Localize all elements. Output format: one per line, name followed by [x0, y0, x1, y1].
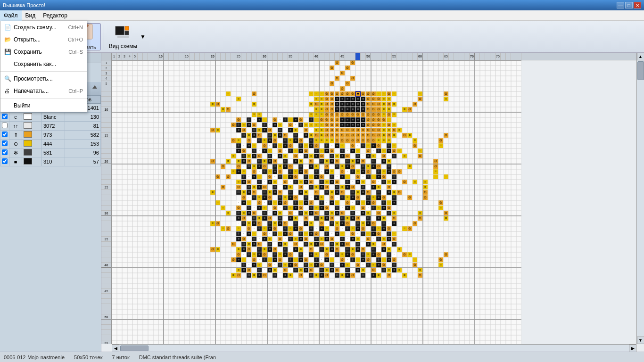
color-checkbox[interactable]: [2, 149, 8, 155]
col-num: [428, 53, 433, 60]
color-checkbox-cell[interactable]: [0, 131, 9, 140]
color-swatch-cell: [22, 140, 42, 148]
color-table-container[interactable]: Зн Цвет Нитка Крестиков · White 1401 с: [0, 95, 101, 352]
color-row[interactable]: ✻ 581 96: [0, 148, 101, 157]
toolbar: Сохранить Напечатать... Рисовать: [0, 21, 644, 53]
row-num: [101, 190, 111, 195]
row-num: [101, 278, 111, 283]
open-icon: 📂: [4, 36, 14, 43]
row-num: [101, 221, 111, 226]
scroll-up-btn[interactable]: ▲: [637, 53, 644, 60]
menu-print[interactable]: 🖨 Напечатать... Ctrl+P: [0, 85, 87, 97]
col-num: [423, 53, 428, 60]
row-num: [101, 206, 111, 211]
view-scheme-main[interactable]: Вид схемы: [107, 23, 139, 50]
col-num: [413, 53, 418, 60]
horizontal-scrollbar[interactable]: ◀ ▶: [112, 344, 636, 352]
row-num: [101, 117, 111, 123]
row-num: [101, 226, 111, 231]
close-button[interactable]: ✕: [634, 2, 641, 8]
scroll-thumb-v[interactable]: [637, 61, 644, 80]
color-swatch-cell: [22, 148, 42, 157]
row-num: [101, 180, 111, 185]
col-num: [205, 53, 210, 60]
color-checkbox[interactable]: [2, 140, 8, 146]
col-num: [345, 53, 350, 60]
color-swatch: [24, 149, 32, 156]
menu-file[interactable]: Файл: [0, 10, 22, 21]
menu-preview[interactable]: 🔍 Просмотреть...: [0, 73, 87, 85]
file-dropdown-menu: 📄 Создать схему... Ctrl+N 📂 Открыть... C…: [0, 21, 87, 112]
menu-view[interactable]: Вид: [22, 10, 40, 21]
color-checkbox-cell[interactable]: [0, 157, 9, 166]
col-num: 40: [314, 53, 319, 60]
vertical-scrollbar[interactable]: ▲ ▼: [636, 53, 644, 344]
scroll-left-btn[interactable]: ◀: [112, 345, 119, 352]
row-num: [101, 148, 111, 154]
col-num: [278, 53, 283, 60]
scroll-thumb-h[interactable]: [120, 346, 149, 351]
color-row[interactable]: ⊙ 444 153: [0, 140, 101, 148]
color-row[interactable]: ■ 310 57: [0, 157, 101, 166]
menu-new[interactable]: 📄 Создать схему... Ctrl+N: [0, 21, 87, 33]
col-num: [501, 53, 506, 60]
palette-collapse-btn[interactable]: [91, 84, 98, 92]
menu-save[interactable]: 💾 Сохранить Ctrl+S: [0, 46, 87, 58]
grid-corner: [101, 53, 112, 60]
color-checkbox[interactable]: [2, 158, 8, 164]
minimize-button[interactable]: —: [617, 2, 624, 8]
color-checkbox-cell[interactable]: [0, 148, 9, 157]
color-thread-name: 3072: [41, 122, 65, 131]
col-num: [298, 53, 304, 60]
color-thread-name: Blanc: [41, 113, 65, 122]
col-num: 35: [288, 53, 293, 60]
color-checkbox[interactable]: [2, 123, 8, 128]
row-num: [101, 330, 111, 335]
canvas-row: 123451015202530354045505560657075 123451…: [101, 53, 644, 344]
color-checkbox-cell[interactable]: [0, 122, 9, 131]
scroll-right-btn[interactable]: ▶: [629, 345, 636, 352]
color-swatch-cell: [22, 113, 42, 122]
color-checkbox-cell[interactable]: [0, 113, 9, 122]
embroidery-canvas[interactable]: [112, 60, 521, 344]
col-num: 75: [495, 53, 501, 60]
row-num: [101, 335, 111, 340]
color-checkbox[interactable]: [2, 114, 8, 119]
status-size: 50х50 точек: [74, 354, 102, 360]
toolbar-view-button[interactable]: Вид схемы ▼: [107, 23, 147, 50]
status-file: 0006-012-Mojo-nastroenie: [4, 354, 65, 360]
col-num: [319, 53, 324, 60]
col-num: [438, 53, 444, 60]
color-swatch: [24, 122, 32, 129]
hscroll-end: [636, 344, 644, 352]
window-controls: — □ ✕: [617, 2, 641, 8]
col-num: 45: [340, 53, 345, 60]
scroll-track-v[interactable]: [637, 60, 644, 337]
status-bar: 0006-012-Mojo-nastroenie 50х50 точек 7 н…: [0, 352, 644, 362]
color-checkbox-cell[interactable]: [0, 140, 9, 148]
col-num: [485, 53, 490, 60]
col-num: [309, 53, 314, 60]
view-scheme-arrow[interactable]: ▼: [139, 23, 147, 50]
row-num: 3: [101, 71, 111, 76]
color-checkbox[interactable]: [2, 132, 8, 137]
color-crosses-count: 582: [65, 131, 100, 140]
menu-open[interactable]: 📂 Открыть... Ctrl+O: [0, 33, 87, 46]
scroll-down-btn[interactable]: ▼: [637, 337, 644, 344]
scroll-track-h[interactable]: [119, 345, 629, 352]
color-row[interactable]: с Blanc 130: [0, 113, 101, 122]
color-swatch: [24, 140, 32, 147]
menu-saveas[interactable]: Сохранить как...: [0, 58, 87, 70]
col-num: [138, 53, 143, 60]
color-row[interactable]: ⇑ 973 582: [0, 131, 101, 140]
row-num: [101, 268, 111, 273]
color-row[interactable]: ↑↑ 3072 81: [0, 122, 101, 131]
menu-editor[interactable]: Редактор: [39, 10, 71, 21]
row-num: 35: [101, 237, 111, 242]
menu-exit[interactable]: Выйти: [0, 99, 87, 112]
grid-canvas[interactable]: [112, 60, 521, 344]
col-num: [226, 53, 231, 60]
row-num: [101, 112, 111, 117]
maximize-button[interactable]: □: [625, 2, 633, 8]
row-num: [101, 252, 111, 257]
